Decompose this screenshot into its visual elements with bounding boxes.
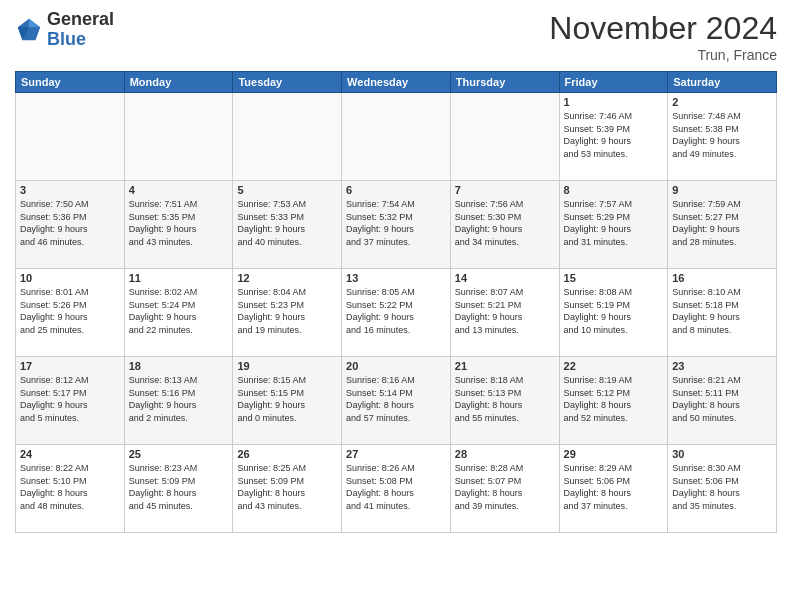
day-info: Sunrise: 8:22 AM Sunset: 5:10 PM Dayligh… bbox=[20, 462, 120, 512]
day-number: 23 bbox=[672, 360, 772, 372]
day-info: Sunrise: 7:46 AM Sunset: 5:39 PM Dayligh… bbox=[564, 110, 664, 160]
day-info: Sunrise: 8:21 AM Sunset: 5:11 PM Dayligh… bbox=[672, 374, 772, 424]
calendar-week-5: 24Sunrise: 8:22 AM Sunset: 5:10 PM Dayli… bbox=[16, 445, 777, 533]
day-info: Sunrise: 7:56 AM Sunset: 5:30 PM Dayligh… bbox=[455, 198, 555, 248]
calendar-cell: 9Sunrise: 7:59 AM Sunset: 5:27 PM Daylig… bbox=[668, 181, 777, 269]
calendar: Sunday Monday Tuesday Wednesday Thursday… bbox=[15, 71, 777, 533]
svg-marker-1 bbox=[29, 19, 40, 27]
month-title: November 2024 bbox=[549, 10, 777, 47]
calendar-cell: 26Sunrise: 8:25 AM Sunset: 5:09 PM Dayli… bbox=[233, 445, 342, 533]
day-number: 18 bbox=[129, 360, 229, 372]
calendar-cell: 25Sunrise: 8:23 AM Sunset: 5:09 PM Dayli… bbox=[124, 445, 233, 533]
logo-blue: Blue bbox=[47, 29, 86, 49]
calendar-cell: 17Sunrise: 8:12 AM Sunset: 5:17 PM Dayli… bbox=[16, 357, 125, 445]
calendar-cell: 23Sunrise: 8:21 AM Sunset: 5:11 PM Dayli… bbox=[668, 357, 777, 445]
day-info: Sunrise: 8:18 AM Sunset: 5:13 PM Dayligh… bbox=[455, 374, 555, 424]
day-info: Sunrise: 8:29 AM Sunset: 5:06 PM Dayligh… bbox=[564, 462, 664, 512]
day-info: Sunrise: 8:19 AM Sunset: 5:12 PM Dayligh… bbox=[564, 374, 664, 424]
day-info: Sunrise: 7:51 AM Sunset: 5:35 PM Dayligh… bbox=[129, 198, 229, 248]
calendar-cell: 6Sunrise: 7:54 AM Sunset: 5:32 PM Daylig… bbox=[342, 181, 451, 269]
day-number: 29 bbox=[564, 448, 664, 460]
day-info: Sunrise: 8:08 AM Sunset: 5:19 PM Dayligh… bbox=[564, 286, 664, 336]
day-info: Sunrise: 8:16 AM Sunset: 5:14 PM Dayligh… bbox=[346, 374, 446, 424]
day-info: Sunrise: 7:59 AM Sunset: 5:27 PM Dayligh… bbox=[672, 198, 772, 248]
day-info: Sunrise: 8:05 AM Sunset: 5:22 PM Dayligh… bbox=[346, 286, 446, 336]
calendar-cell bbox=[124, 93, 233, 181]
calendar-cell: 30Sunrise: 8:30 AM Sunset: 5:06 PM Dayli… bbox=[668, 445, 777, 533]
day-number: 14 bbox=[455, 272, 555, 284]
day-number: 25 bbox=[129, 448, 229, 460]
calendar-cell: 4Sunrise: 7:51 AM Sunset: 5:35 PM Daylig… bbox=[124, 181, 233, 269]
calendar-cell: 14Sunrise: 8:07 AM Sunset: 5:21 PM Dayli… bbox=[450, 269, 559, 357]
calendar-cell: 15Sunrise: 8:08 AM Sunset: 5:19 PM Dayli… bbox=[559, 269, 668, 357]
day-info: Sunrise: 7:54 AM Sunset: 5:32 PM Dayligh… bbox=[346, 198, 446, 248]
calendar-cell bbox=[16, 93, 125, 181]
calendar-cell: 20Sunrise: 8:16 AM Sunset: 5:14 PM Dayli… bbox=[342, 357, 451, 445]
calendar-cell: 29Sunrise: 8:29 AM Sunset: 5:06 PM Dayli… bbox=[559, 445, 668, 533]
day-info: Sunrise: 8:25 AM Sunset: 5:09 PM Dayligh… bbox=[237, 462, 337, 512]
day-info: Sunrise: 8:28 AM Sunset: 5:07 PM Dayligh… bbox=[455, 462, 555, 512]
page: General Blue November 2024 Trun, France … bbox=[0, 0, 792, 612]
day-info: Sunrise: 8:10 AM Sunset: 5:18 PM Dayligh… bbox=[672, 286, 772, 336]
day-number: 12 bbox=[237, 272, 337, 284]
day-number: 16 bbox=[672, 272, 772, 284]
day-number: 19 bbox=[237, 360, 337, 372]
calendar-cell: 13Sunrise: 8:05 AM Sunset: 5:22 PM Dayli… bbox=[342, 269, 451, 357]
calendar-cell: 3Sunrise: 7:50 AM Sunset: 5:36 PM Daylig… bbox=[16, 181, 125, 269]
calendar-cell: 10Sunrise: 8:01 AM Sunset: 5:26 PM Dayli… bbox=[16, 269, 125, 357]
day-number: 27 bbox=[346, 448, 446, 460]
day-number: 1 bbox=[564, 96, 664, 108]
weekday-header-row: Sunday Monday Tuesday Wednesday Thursday… bbox=[16, 72, 777, 93]
day-info: Sunrise: 8:07 AM Sunset: 5:21 PM Dayligh… bbox=[455, 286, 555, 336]
calendar-cell: 28Sunrise: 8:28 AM Sunset: 5:07 PM Dayli… bbox=[450, 445, 559, 533]
day-number: 5 bbox=[237, 184, 337, 196]
day-info: Sunrise: 8:15 AM Sunset: 5:15 PM Dayligh… bbox=[237, 374, 337, 424]
calendar-cell: 21Sunrise: 8:18 AM Sunset: 5:13 PM Dayli… bbox=[450, 357, 559, 445]
calendar-week-2: 3Sunrise: 7:50 AM Sunset: 5:36 PM Daylig… bbox=[16, 181, 777, 269]
calendar-cell: 11Sunrise: 8:02 AM Sunset: 5:24 PM Dayli… bbox=[124, 269, 233, 357]
day-number: 13 bbox=[346, 272, 446, 284]
calendar-cell: 7Sunrise: 7:56 AM Sunset: 5:30 PM Daylig… bbox=[450, 181, 559, 269]
day-number: 17 bbox=[20, 360, 120, 372]
calendar-cell bbox=[233, 93, 342, 181]
calendar-cell bbox=[342, 93, 451, 181]
logo-general: General bbox=[47, 9, 114, 29]
logo: General Blue bbox=[15, 10, 114, 50]
day-info: Sunrise: 8:23 AM Sunset: 5:09 PM Dayligh… bbox=[129, 462, 229, 512]
day-info: Sunrise: 8:30 AM Sunset: 5:06 PM Dayligh… bbox=[672, 462, 772, 512]
day-number: 7 bbox=[455, 184, 555, 196]
day-info: Sunrise: 8:12 AM Sunset: 5:17 PM Dayligh… bbox=[20, 374, 120, 424]
weekday-wednesday: Wednesday bbox=[342, 72, 451, 93]
calendar-week-1: 1Sunrise: 7:46 AM Sunset: 5:39 PM Daylig… bbox=[16, 93, 777, 181]
day-number: 15 bbox=[564, 272, 664, 284]
weekday-tuesday: Tuesday bbox=[233, 72, 342, 93]
day-number: 22 bbox=[564, 360, 664, 372]
weekday-friday: Friday bbox=[559, 72, 668, 93]
day-info: Sunrise: 7:53 AM Sunset: 5:33 PM Dayligh… bbox=[237, 198, 337, 248]
day-number: 26 bbox=[237, 448, 337, 460]
title-block: November 2024 Trun, France bbox=[549, 10, 777, 63]
day-info: Sunrise: 8:26 AM Sunset: 5:08 PM Dayligh… bbox=[346, 462, 446, 512]
day-number: 11 bbox=[129, 272, 229, 284]
calendar-cell: 5Sunrise: 7:53 AM Sunset: 5:33 PM Daylig… bbox=[233, 181, 342, 269]
day-info: Sunrise: 8:01 AM Sunset: 5:26 PM Dayligh… bbox=[20, 286, 120, 336]
calendar-cell: 18Sunrise: 8:13 AM Sunset: 5:16 PM Dayli… bbox=[124, 357, 233, 445]
day-number: 4 bbox=[129, 184, 229, 196]
day-info: Sunrise: 7:48 AM Sunset: 5:38 PM Dayligh… bbox=[672, 110, 772, 160]
day-info: Sunrise: 8:04 AM Sunset: 5:23 PM Dayligh… bbox=[237, 286, 337, 336]
weekday-sunday: Sunday bbox=[16, 72, 125, 93]
day-number: 20 bbox=[346, 360, 446, 372]
day-info: Sunrise: 8:13 AM Sunset: 5:16 PM Dayligh… bbox=[129, 374, 229, 424]
day-number: 21 bbox=[455, 360, 555, 372]
weekday-thursday: Thursday bbox=[450, 72, 559, 93]
calendar-cell: 2Sunrise: 7:48 AM Sunset: 5:38 PM Daylig… bbox=[668, 93, 777, 181]
calendar-week-3: 10Sunrise: 8:01 AM Sunset: 5:26 PM Dayli… bbox=[16, 269, 777, 357]
calendar-cell: 1Sunrise: 7:46 AM Sunset: 5:39 PM Daylig… bbox=[559, 93, 668, 181]
day-number: 30 bbox=[672, 448, 772, 460]
calendar-cell: 16Sunrise: 8:10 AM Sunset: 5:18 PM Dayli… bbox=[668, 269, 777, 357]
day-number: 6 bbox=[346, 184, 446, 196]
header: General Blue November 2024 Trun, France bbox=[15, 10, 777, 63]
day-number: 8 bbox=[564, 184, 664, 196]
day-number: 10 bbox=[20, 272, 120, 284]
day-info: Sunrise: 7:57 AM Sunset: 5:29 PM Dayligh… bbox=[564, 198, 664, 248]
